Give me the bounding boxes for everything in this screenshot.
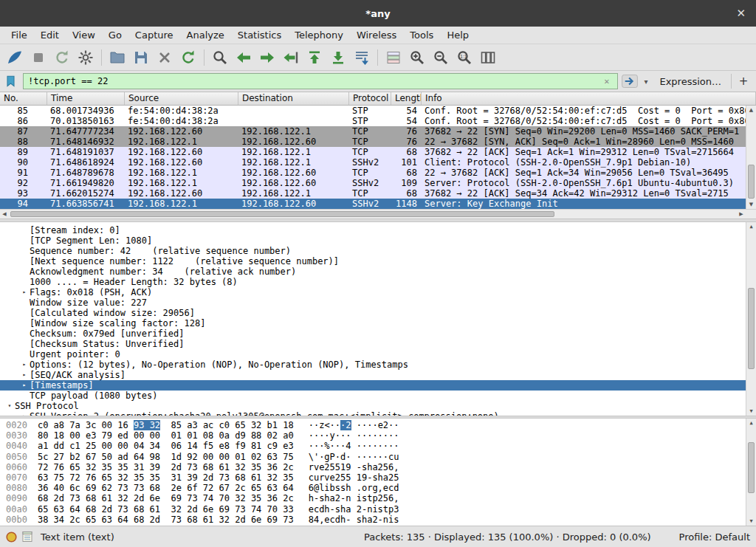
hex-row-0060[interactable]: 006072 76 65 32 35 35 31 39 2d 73 68 61 … bbox=[6, 462, 746, 472]
scroll-down-icon[interactable]: ▼ bbox=[746, 517, 756, 526]
menu-statistics[interactable]: Statistics bbox=[231, 27, 288, 43]
packet-row-89[interactable]: 8971.648191037192.168.122.60192.168.122.… bbox=[0, 147, 746, 157]
titlebar[interactable]: *any ✕ bbox=[0, 0, 756, 27]
detail-tree-item[interactable]: Sequence number: 42 (relative sequence n… bbox=[0, 246, 746, 256]
resize-columns-button[interactable] bbox=[476, 47, 500, 69]
status-profile[interactable]: Profile: Default bbox=[679, 531, 750, 543]
filter-add-button[interactable]: + bbox=[735, 75, 752, 88]
column-header-time[interactable]: Time bbox=[47, 92, 125, 105]
packet-row-87[interactable]: 8771.647777234192.168.122.60192.168.122.… bbox=[0, 126, 746, 137]
packet-list-vscroll-thumb[interactable] bbox=[748, 165, 755, 199]
go-to-packet-button[interactable] bbox=[279, 47, 303, 69]
go-last-packet-button[interactable] bbox=[326, 47, 350, 69]
scroll-down-icon[interactable]: ▼ bbox=[746, 200, 756, 209]
packet-row-94[interactable]: 9471.663856741192.168.122.1192.168.122.6… bbox=[0, 199, 746, 209]
packet-row-91[interactable]: 9171.648789678192.168.122.1192.168.122.6… bbox=[0, 168, 746, 178]
packet-list-hscroll-thumb[interactable] bbox=[10, 211, 554, 217]
menu-view[interactable]: View bbox=[66, 27, 102, 43]
stop-capture-button[interactable] bbox=[27, 47, 50, 69]
hex-row-00b0[interactable]: 00b038 34 2c 65 63 64 68 2d 73 68 61 32 … bbox=[6, 515, 746, 525]
details-vscrollbar[interactable]: ▲ ▼ bbox=[746, 222, 756, 416]
detail-tree-item[interactable]: ▾SSH Protocol bbox=[0, 401, 746, 411]
detail-tree-item[interactable]: ▸Flags: 0x018 (PSH, ACK) bbox=[0, 287, 746, 297]
expander-expanded-icon[interactable]: ▾ bbox=[4, 401, 15, 411]
menu-go[interactable]: Go bbox=[102, 27, 128, 43]
expander-collapsed-icon[interactable]: ▸ bbox=[19, 370, 30, 380]
bytes-vscrollbar[interactable]: ▲ ▼ bbox=[746, 419, 756, 526]
column-header-no[interactable]: No. bbox=[0, 92, 47, 105]
hex-row-0050[interactable]: 00505c 27 b2 67 50 ad 64 98 1d 92 00 00 … bbox=[6, 452, 746, 462]
detail-tree-item[interactable]: TCP payload (1080 bytes) bbox=[0, 391, 746, 401]
detail-tree-item[interactable]: Checksum: 0x79ed [unverified] bbox=[0, 328, 746, 339]
zoom-in-button[interactable] bbox=[405, 47, 429, 69]
menu-telephony[interactable]: Telephony bbox=[288, 27, 350, 43]
go-first-packet-button[interactable] bbox=[303, 47, 326, 69]
packet-row-90[interactable]: 9071.648618924192.168.122.60192.168.122.… bbox=[0, 157, 746, 168]
scroll-right-icon[interactable]: ▶ bbox=[737, 210, 746, 219]
menu-wireless[interactable]: Wireless bbox=[350, 27, 403, 43]
detail-tree-item[interactable]: ▸[SEQ/ACK analysis] bbox=[0, 370, 746, 380]
column-header-destination[interactable]: Destination bbox=[238, 92, 349, 105]
detail-tree-item[interactable]: [Window size scaling factor: 128] bbox=[0, 318, 746, 328]
expression-button[interactable]: Expression… bbox=[653, 76, 727, 87]
display-filter-input[interactable]: !tcp.port == 22 ✕ bbox=[23, 73, 618, 89]
detail-tree-item[interactable]: [Next sequence number: 1122 (relative se… bbox=[0, 256, 746, 266]
filter-apply-icon[interactable] bbox=[622, 75, 638, 88]
packet-row-93[interactable]: 9371.662015274192.168.122.60192.168.122.… bbox=[0, 188, 746, 199]
detail-tree-item[interactable]: [Stream index: 0] bbox=[0, 225, 746, 235]
detail-tree-item[interactable]: ▸Options: (12 bytes), No-Operation (NOP)… bbox=[0, 359, 746, 370]
details-vscroll-thumb[interactable] bbox=[748, 288, 755, 369]
menu-tools[interactable]: Tools bbox=[403, 27, 440, 43]
menu-capture[interactable]: Capture bbox=[128, 27, 180, 43]
packet-list-hscrollbar[interactable]: ◀ ▶ bbox=[0, 209, 756, 219]
hex-row-0030[interactable]: 003080 18 00 e3 79 ed 00 00 01 01 08 0a … bbox=[6, 430, 746, 441]
find-packet-button[interactable] bbox=[208, 47, 232, 69]
go-back-button[interactable] bbox=[232, 47, 255, 69]
open-file-button[interactable] bbox=[106, 47, 129, 69]
hex-row-0070[interactable]: 007063 75 72 76 65 32 35 35 31 39 2d 73 … bbox=[6, 472, 746, 483]
packet-row-85[interactable]: 8568.001734936fe:54:00:d4:38:2aSTP54Conf… bbox=[0, 106, 746, 116]
reload-file-button[interactable] bbox=[176, 47, 200, 69]
detail-tree-item[interactable]: 1000 .... = Header Length: 32 bytes (8) bbox=[0, 277, 746, 287]
save-file-button[interactable] bbox=[129, 47, 153, 69]
detail-tree-item[interactable]: Urgent pointer: 0 bbox=[0, 349, 746, 359]
bytes-vscroll-thumb[interactable] bbox=[748, 442, 755, 494]
filter-bookmark-icon[interactable] bbox=[4, 74, 19, 89]
detail-tree-item[interactable]: Acknowledgment number: 34 (relative ack … bbox=[0, 266, 746, 277]
detail-tree-item[interactable]: ▸[Timestamps] bbox=[0, 380, 746, 391]
hex-row-0080[interactable]: 008036 40 6c 69 62 73 73 68 2e 6f 72 67 … bbox=[6, 483, 746, 493]
hex-row-0090[interactable]: 009068 2d 73 68 61 32 2d 6e 69 73 74 70 … bbox=[6, 493, 746, 503]
hex-row-0020[interactable]: 0020c0 a8 7a 3c 00 16 93 32 85 a3 ac c0 … bbox=[6, 420, 746, 430]
scroll-down-icon[interactable]: ▼ bbox=[746, 407, 756, 416]
expert-info-icon[interactable] bbox=[6, 531, 17, 543]
scroll-up-icon[interactable]: ▲ bbox=[746, 419, 756, 427]
expander-collapsed-icon[interactable]: ▸ bbox=[19, 287, 30, 297]
column-header-source[interactable]: Source bbox=[125, 92, 238, 105]
packet-row-88[interactable]: 8871.648146932192.168.122.1192.168.122.6… bbox=[0, 137, 746, 147]
go-forward-button[interactable] bbox=[255, 47, 279, 69]
hex-row-00a0[interactable]: 00a065 63 64 68 2d 73 68 61 32 2d 6e 69 … bbox=[6, 504, 746, 515]
detail-tree-item[interactable]: Window size value: 227 bbox=[0, 297, 746, 308]
auto-scroll-button[interactable] bbox=[350, 47, 374, 69]
menu-edit[interactable]: Edit bbox=[34, 27, 66, 43]
capture-file-properties-icon[interactable] bbox=[22, 531, 32, 543]
packet-row-92[interactable]: 9271.661949820192.168.122.1192.168.122.6… bbox=[0, 178, 746, 188]
expander-collapsed-icon[interactable]: ▸ bbox=[19, 380, 30, 391]
close-file-button[interactable] bbox=[153, 47, 176, 69]
colorize-packets-button[interactable] bbox=[382, 47, 405, 69]
restart-capture-button[interactable] bbox=[50, 47, 74, 69]
filter-clear-icon[interactable]: ✕ bbox=[600, 76, 613, 86]
hex-row-0040[interactable]: 0040a1 dd c1 25 00 00 04 34 06 14 f5 e8 … bbox=[6, 441, 746, 451]
detail-tree-item[interactable]: [Checksum Status: Unverified] bbox=[0, 339, 746, 349]
column-header-info[interactable]: Info bbox=[422, 92, 756, 105]
scroll-up-icon[interactable]: ▲ bbox=[746, 106, 756, 114]
menu-help[interactable]: Help bbox=[440, 27, 475, 43]
filter-dropdown-icon[interactable]: ▾ bbox=[642, 78, 650, 86]
packet-row-86[interactable]: 8670.013850163fe:54:00:d4:38:2aSTP54Conf… bbox=[0, 116, 746, 126]
zoom-original-button[interactable]: 1:1 bbox=[453, 47, 476, 69]
window-close-button[interactable]: ✕ bbox=[736, 7, 746, 20]
column-header-length[interactable]: Length bbox=[391, 92, 422, 105]
menu-analyze[interactable]: Analyze bbox=[180, 27, 231, 43]
capture-options-button[interactable] bbox=[74, 47, 97, 69]
expander-collapsed-icon[interactable]: ▸ bbox=[19, 359, 30, 370]
